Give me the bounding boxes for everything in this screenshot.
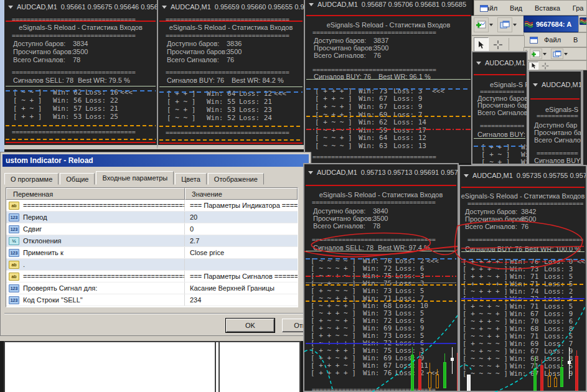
orange-dashed-line: [159, 139, 303, 141]
dialog-tab[interactable]: Входные параметры: [96, 171, 174, 185]
parameter-row[interactable]: 123Сдвиг 0: [6, 223, 298, 235]
parameter-row[interactable]: ab.: [6, 259, 298, 271]
separator: =================================: [166, 69, 301, 76]
chart-title-bar[interactable]: AUDCAD,M1 0.95661 0.95675 0.95646 0.9565…: [8, 2, 156, 11]
parameter-row[interactable]: ab======================================…: [6, 271, 298, 282]
parameter-row[interactable]: 123Код Строки "SELL" 234: [6, 294, 298, 306]
parameter-row[interactable]: 123Проверять Сигнал для: Касание Верхней…: [6, 282, 298, 294]
new-chart-button[interactable]: [530, 49, 542, 59]
cursor-arrow-icon: [477, 40, 485, 49]
collapse-triangle-icon[interactable]: [8, 6, 13, 9]
signal-row: [ + + ~ ~ ]Win: 72Loss: 4: [460, 295, 586, 302]
dropdown-arrow-icon[interactable]: [564, 53, 568, 55]
stat-label: Всего Сигналов:: [13, 56, 73, 63]
dropdown-arrow-icon[interactable]: [489, 24, 493, 26]
menu-bar-2: ФайлВ: [524, 32, 587, 47]
stat-label: Просчитано ба: [534, 129, 581, 136]
profiles-button[interactable]: [497, 17, 512, 32]
signal-row: [ + + + ~ ]Win: 67Loss: 11: [304, 362, 458, 369]
chart-window-5: AUDCAD,M1 eSignals-S ===================…: [528, 70, 582, 165]
cursor-arrow-button[interactable]: [474, 37, 489, 52]
pale-line: [159, 86, 303, 87]
parameter-value[interactable]: Касание Верхней Границы: [185, 284, 298, 292]
chart-title-bar[interactable]: AUDCAD,M1 0.95659 0.95660 0.95655 0.9565…: [162, 2, 303, 11]
signal-row: [ ~ ~ ~ ]Win: 63Loss: 13: [305, 142, 472, 150]
stat-label: Просчитано баров:: [313, 215, 373, 222]
collapse-triangle-icon[interactable]: [308, 171, 313, 174]
dialog-tab[interactable]: Общие: [60, 173, 95, 185]
signal-row: [ ~ + + + ]Win: 72Loss: 6: [304, 339, 458, 347]
stat-label: Всего Сигнало: [534, 136, 581, 144]
menu-item[interactable]: В: [567, 36, 584, 44]
stat-value: 3500: [73, 48, 88, 55]
metatrader-logo-icon: [580, 17, 587, 25]
profiles-button[interactable]: [551, 49, 563, 59]
parameter-row[interactable]: ab======================================…: [6, 200, 298, 212]
menu-item[interactable]: Вставка: [528, 4, 566, 12]
chart-title-bar[interactable]: AUDCAD,M1 0.95687 0.95706 0.95681 0.9568…: [309, 0, 471, 9]
doji-candlestick: [568, 361, 571, 364]
candlestick: [554, 378, 557, 387]
parameter-row[interactable]: 123Период 20: [6, 212, 298, 223]
stat-label: Всего Сигналов:: [465, 223, 521, 230]
menu-item[interactable]: Вид: [504, 4, 528, 12]
account-title-bar[interactable]: 9667684: A: [524, 16, 587, 32]
chart-title-bar[interactable]: AUDCAD,M1 0.95735 0.95755 0.95735 0.9575: [464, 171, 585, 180]
ok-button[interactable]: OK: [226, 319, 275, 332]
parameter-value[interactable]: Close price: [185, 249, 298, 256]
new-chart-button[interactable]: [474, 17, 489, 32]
chart-title-bar[interactable]: AUDCAD,M1 0: [476, 58, 525, 67]
menu-item[interactable]: Файл: [538, 36, 567, 44]
parameter-value[interactable]: 234: [185, 296, 298, 304]
best-wr: Best WR: 84.2 %: [232, 77, 284, 84]
cursor-arrow-button[interactable]: [528, 62, 538, 70]
collapse-triangle-icon[interactable]: [476, 62, 481, 65]
stat-label: Всего Сигналов:: [314, 52, 373, 59]
stat-value: 3834: [73, 40, 88, 47]
signal-rows: [ ~ ~ ~ ~ ]Win: 76Loss: 2<<<[ ~ ~ ~ + ]W…: [304, 257, 458, 376]
stat-label: Доступно баров:: [167, 40, 227, 47]
collapse-triangle-icon[interactable]: [464, 174, 469, 177]
parameter-value[interactable]: 2.7: [185, 237, 298, 245]
dialog-title-bar[interactable]: ustom Indicator - Reload: [2, 154, 309, 167]
chart-window-sliver: [582, 70, 587, 165]
column-header-name[interactable]: Переменная: [6, 188, 185, 200]
dialog-tab[interactable]: О программе: [4, 173, 59, 185]
chart-title-bar[interactable]: AUDCAD,M1: [533, 80, 580, 89]
parameter-name: Отклонения: [23, 237, 62, 245]
best-wr: Best WR: 100.0 %: [525, 245, 581, 253]
collapse-triangle-icon[interactable]: [309, 3, 314, 6]
mdi-left-edge: [0, 0, 4, 154]
crosshair-button[interactable]: [540, 62, 550, 70]
dialog-tab[interactable]: Цвета: [175, 173, 207, 185]
parameter-type-icon: 123: [9, 296, 19, 304]
signal-row: [ ~ + ~ + ]Win: 68Loss: 8: [460, 325, 586, 332]
dropdown-arrow-icon[interactable]: [513, 24, 517, 26]
collapse-triangle-icon[interactable]: [162, 6, 167, 9]
menu-item[interactable]: Гра: [566, 4, 587, 12]
column-header-value[interactable]: Значение: [185, 188, 298, 200]
parameter-name: .: [23, 261, 25, 268]
signal-row: [ ~ + ~ ~ ]Win: 67Loss: 9: [460, 347, 586, 355]
signal-row: [ + + + + ]Win: 76Loss: 0<<<: [460, 258, 586, 265]
ohlc-quotes: 0.95713 0.95713 0.95691 0.95708: [361, 169, 459, 176]
signal-row: [ + + ~ + ]Win: 69Loss: 9: [304, 354, 458, 362]
signal-count: Сигналов BUY: 76: [167, 77, 232, 84]
parameter-row[interactable]: ½Отклонения 2.7: [6, 235, 298, 247]
dropdown-arrow-icon[interactable]: [543, 53, 547, 55]
parameter-value[interactable]: 0: [185, 225, 298, 233]
red-price-line: [530, 98, 580, 100]
menu-bar: ФайлВидВставкаГра: [474, 0, 587, 16]
signal-row: [ + + ~ ~ ]Win: 73Loss: 5: [304, 332, 458, 339]
parameter-row[interactable]: 123Применить к Close price: [6, 247, 298, 259]
parameter-value[interactable]: === Параметры Сигналов ==========: [185, 273, 298, 280]
candlestick: [533, 368, 537, 392]
collapse-triangle-icon[interactable]: [533, 83, 538, 86]
dialog-tab[interactable]: Отображение: [208, 173, 264, 185]
toolbar-fragment: [524, 47, 587, 60]
candlestick: [467, 375, 471, 392]
parameter-value[interactable]: 20: [185, 213, 298, 221]
crosshair-button[interactable]: [491, 37, 505, 52]
chart-title-bar[interactable]: AUDCAD,M1 0.95713 0.95713 0.95691 0.9570…: [308, 168, 456, 177]
parameter-value[interactable]: === Параметры Индикатора ========: [185, 202, 298, 209]
